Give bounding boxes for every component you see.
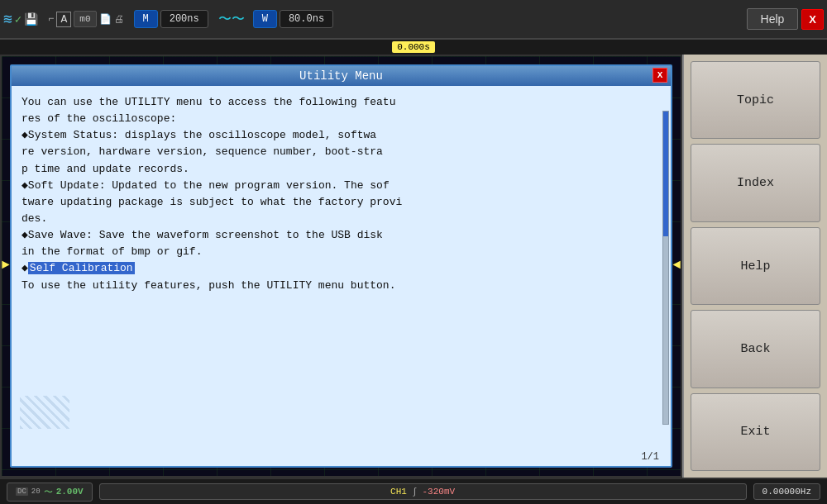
right-connector: ◄: [672, 258, 681, 273]
trigger-a-label: A: [56, 12, 71, 27]
dialog-close-button[interactable]: X: [653, 68, 667, 83]
help-panel: Topic Index Help Back Exit: [682, 55, 827, 478]
toolbar-trigger-group: ⌐ A m0 📄 🖨: [48, 11, 123, 27]
time-window-display: 80.0ns: [280, 10, 333, 28]
dialog-body-text: You can use the UTILITY menu to access t…: [22, 94, 661, 294]
dialog-title: Utility Menu: [299, 69, 383, 83]
frequency-pill: 0.00000Hz: [753, 483, 820, 500]
toolbar-mode-group: M 200ns: [134, 10, 208, 28]
status-bar: DC 20 〜 2.00V CH1 ∫ -320mV 0.00000Hz: [0, 478, 827, 504]
page-indicator: 1/1: [641, 451, 659, 463]
dialog-scrollbar[interactable]: [662, 111, 669, 425]
self-calibration-link[interactable]: Self Calibration: [28, 262, 135, 274]
scope-screen: ► ◄ Utility Menu X You can use the UTILI…: [0, 55, 682, 478]
voltage-display: 2.00V: [56, 487, 84, 497]
main-content: ► ◄ Utility Menu X You can use the UTILI…: [0, 55, 827, 478]
coupling-value: 20: [31, 487, 41, 496]
slash-symbol: ∫: [412, 487, 418, 497]
dialog-watermark: [20, 396, 69, 429]
print-icon: 🖨: [114, 13, 124, 26]
save-icon: 📄: [99, 13, 112, 26]
help-button[interactable]: Help: [747, 8, 799, 30]
toolbar-left-icons: ≋ ✓ 💾: [3, 10, 38, 28]
help-panel-help-button[interactable]: Help: [691, 227, 820, 305]
toolbar-right-group: Help X: [747, 8, 824, 30]
self-cal-text: ◆Self Calibration: [22, 262, 135, 274]
check-icon: ✓: [15, 12, 22, 26]
system-status-text: ◆System Status: displays the oscilloscop…: [22, 129, 383, 174]
mv-value-display: -320mV: [423, 487, 456, 497]
time-offset-bar: 0.000s: [0, 40, 827, 55]
frequency-display: 0.00000Hz: [762, 487, 811, 497]
wave-symbol: 〜〜: [218, 11, 245, 28]
soft-update-text: ◆Soft Update: Updated to the new program…: [22, 179, 402, 225]
intro-text: You can use the UTILITY menu to access t…: [22, 96, 395, 125]
exit-button[interactable]: Exit: [691, 393, 820, 471]
time-main-display: 200ns: [160, 10, 208, 28]
ch1-label: CH1: [390, 487, 407, 497]
close-top-button[interactable]: X: [801, 9, 824, 30]
wave-icon: ≋: [3, 10, 12, 28]
index-button[interactable]: Index: [691, 144, 820, 221]
mode-label: M: [134, 10, 158, 28]
floppy-icon: 💾: [24, 12, 38, 26]
channel-status-pill: DC 20 〜 2.00V: [7, 483, 93, 502]
scrollbar-thumb[interactable]: [663, 112, 668, 236]
left-connector: ►: [2, 258, 10, 273]
topic-button[interactable]: Topic: [691, 61, 820, 139]
dc-badge: DC: [16, 487, 28, 496]
dialog-footer: 1/1: [12, 449, 671, 466]
back-button[interactable]: Back: [691, 310, 820, 388]
footer-text: To use the utility features, push the UT…: [22, 279, 395, 292]
save-wave-text: ◆Save Wave: Save the waveform screenshot…: [22, 229, 383, 258]
toolbar: ≋ ✓ 💾 ⌐ A m0 📄 🖨 M 200ns 〜〜 W 80.0ns Hel…: [0, 0, 827, 40]
utility-dialog: Utility Menu X You can use the UTILITY m…: [10, 64, 672, 468]
time-offset-marker: 0.000s: [392, 41, 435, 53]
ch1-status-pill: CH1 ∫ -320mV: [99, 483, 747, 500]
status-wave-icon: 〜: [44, 486, 53, 498]
dialog-titlebar: Utility Menu X: [12, 66, 671, 86]
toolbar-wave-group: 〜〜: [218, 11, 245, 28]
dialog-content: You can use the UTILITY menu to access t…: [12, 86, 671, 449]
m0-button[interactable]: m0: [74, 11, 96, 27]
toolbar-window-group: W 80.0ns: [253, 10, 333, 28]
trigger-icon: ⌐: [48, 13, 54, 25]
window-label: W: [253, 10, 277, 28]
